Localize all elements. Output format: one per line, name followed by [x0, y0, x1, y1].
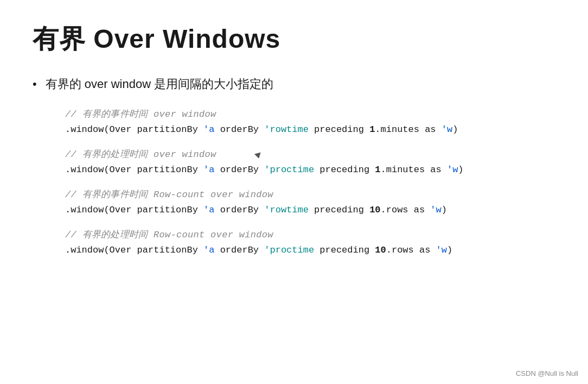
code-block-1: // 有界的处理时间 over window.window(Over parti…	[65, 148, 555, 175]
code-line-3: .window(Over partitionBy 'a orderBy 'pro…	[65, 245, 555, 255]
bullet-section: • 有界的 over window 是用间隔的大小指定的	[33, 76, 555, 92]
code-comment-1: // 有界的处理时间 over window	[65, 148, 555, 160]
code-comment-0: // 有界的事件时间 over window	[65, 108, 555, 120]
slide-title: 有界 Over Windows	[33, 22, 555, 56]
watermark: CSDN @Null is Null	[516, 369, 578, 377]
code-block-3: // 有界的处理时间 Row-count over window.window(…	[65, 228, 555, 255]
bullet-point: •	[33, 77, 37, 91]
code-line-2: .window(Over partitionBy 'a orderBy 'row…	[65, 205, 555, 215]
code-blocks: // 有界的事件时间 over window.window(Over parti…	[33, 108, 555, 255]
code-comment-2: // 有界的事件时间 Row-count over window	[65, 188, 555, 200]
bullet-text: 有界的 over window 是用间隔的大小指定的	[46, 76, 274, 92]
code-comment-3: // 有界的处理时间 Row-count over window	[65, 228, 555, 241]
slide: 有界 Over Windows • 有界的 over window 是用间隔的大…	[0, 0, 588, 384]
code-line-0: .window(Over partitionBy 'a orderBy 'row…	[65, 124, 555, 135]
code-block-0: // 有界的事件时间 over window.window(Over parti…	[65, 108, 555, 135]
code-line-1: .window(Over partitionBy 'a orderBy 'pro…	[65, 165, 555, 175]
code-block-2: // 有界的事件时间 Row-count over window.window(…	[65, 188, 555, 215]
